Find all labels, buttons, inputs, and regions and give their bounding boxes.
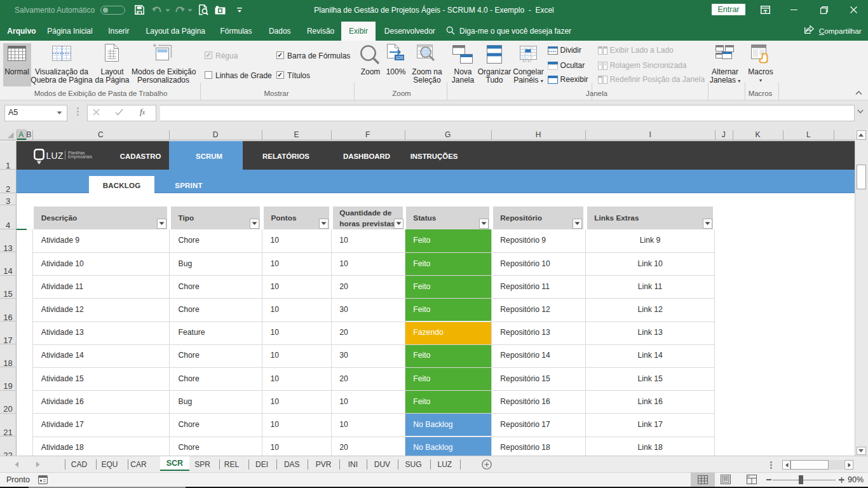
svg-text:100: 100 [396,55,403,60]
